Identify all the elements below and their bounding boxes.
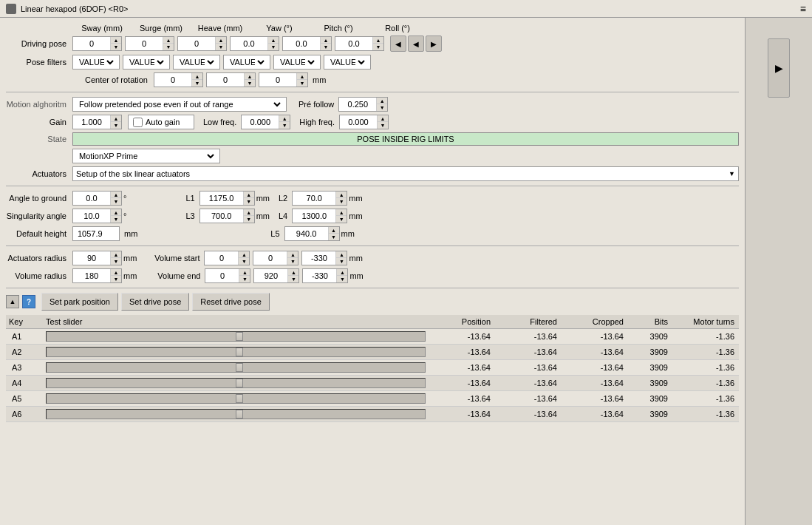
pf3-select[interactable]: VALUE xyxy=(177,57,216,67)
vs3-up[interactable]: ▲ xyxy=(336,251,347,258)
set-park-position-button[interactable]: Set park position xyxy=(41,293,118,311)
vr-down[interactable]: ▼ xyxy=(111,276,121,282)
heave-down[interactable]: ▼ xyxy=(216,44,226,50)
roll-down[interactable]: ▼ xyxy=(373,44,383,50)
cor2-down[interactable]: ▼ xyxy=(245,80,255,87)
l3-spinbox[interactable]: ▲▼ xyxy=(199,209,255,223)
l5-input[interactable] xyxy=(285,227,328,240)
vs1-input[interactable] xyxy=(205,251,238,265)
l5-spinbox[interactable]: ▲▼ xyxy=(284,226,340,241)
l4-up[interactable]: ▲ xyxy=(336,209,347,216)
l4-down[interactable]: ▼ xyxy=(336,216,347,223)
pf1-dropdown[interactable]: VALUE xyxy=(72,55,120,70)
pre-follow-down[interactable]: ▼ xyxy=(377,104,387,111)
cor2-spinbox[interactable]: ▲▼ xyxy=(206,72,256,87)
pf2-select[interactable]: VALUE xyxy=(126,57,166,67)
heave-spinbox[interactable]: ▲▼ xyxy=(177,36,227,51)
l1-down[interactable]: ▼ xyxy=(244,198,254,205)
vs2-down[interactable]: ▼ xyxy=(287,258,298,265)
pf4-select[interactable]: VALUE xyxy=(227,57,267,67)
ve1-up[interactable]: ▲ xyxy=(239,269,250,276)
l2-up[interactable]: ▲ xyxy=(336,192,347,198)
ve2-down[interactable]: ▼ xyxy=(288,276,298,282)
pitch-input[interactable] xyxy=(283,37,320,50)
cor1-input[interactable] xyxy=(154,73,191,87)
pf1-select[interactable]: VALUE xyxy=(76,57,116,67)
auto-gain-check[interactable]: Auto gain xyxy=(128,115,194,129)
low-freq-up[interactable]: ▲ xyxy=(279,115,290,122)
gain-down[interactable]: ▼ xyxy=(111,122,121,129)
ve2-input[interactable] xyxy=(254,269,287,282)
ar-up[interactable]: ▲ xyxy=(111,251,121,258)
vr-up[interactable]: ▲ xyxy=(111,269,121,276)
l1-input[interactable] xyxy=(200,192,243,205)
actuators-radius-spinbox[interactable]: ▲▼ xyxy=(72,251,122,265)
row-slider[interactable] xyxy=(43,362,429,373)
info-btn[interactable]: ? xyxy=(22,295,35,308)
row-slider[interactable] xyxy=(43,331,429,342)
row-slider[interactable] xyxy=(43,347,429,357)
singularity-spinbox[interactable]: ▲▼ xyxy=(72,209,122,223)
motion-algorithm-dropdown[interactable]: Follow pretended pose even if out of ran… xyxy=(72,97,287,112)
reset-drive-pose-button[interactable]: Reset drive pose xyxy=(192,293,270,311)
motion-algorithm-select[interactable]: Follow pretended pose even if out of ran… xyxy=(76,99,283,109)
ve1-input[interactable] xyxy=(205,269,239,282)
big-right-arrow-btn[interactable]: ▶ xyxy=(768,38,790,98)
row-slider[interactable] xyxy=(43,409,429,419)
heave-up[interactable]: ▲ xyxy=(216,37,226,44)
l3-down[interactable]: ▼ xyxy=(244,216,254,223)
pitch-spinbox[interactable]: ▲▼ xyxy=(282,36,332,51)
angle-down[interactable]: ▼ xyxy=(111,198,121,205)
high-freq-down[interactable]: ▼ xyxy=(378,122,388,129)
sway-down[interactable]: ▼ xyxy=(111,44,121,50)
pf5-dropdown[interactable]: VALUE xyxy=(273,55,321,70)
l3-input[interactable] xyxy=(200,209,243,223)
cor1-spinbox[interactable]: ▲▼ xyxy=(154,72,203,87)
l5-up[interactable]: ▲ xyxy=(329,227,339,234)
auto-gain-checkbox[interactable] xyxy=(133,118,143,127)
set-drive-pose-button[interactable]: Set drive pose xyxy=(121,293,189,311)
pf6-select[interactable]: VALUE xyxy=(327,57,367,67)
l1-spinbox[interactable]: ▲▼ xyxy=(199,191,255,206)
l5-down[interactable]: ▼ xyxy=(329,234,339,240)
yaw-up[interactable]: ▲ xyxy=(268,37,279,44)
nav-next-btn[interactable]: ▶ xyxy=(426,35,442,52)
menu-icon[interactable]: ≡ xyxy=(800,3,806,15)
cor3-input[interactable] xyxy=(259,73,296,87)
pitch-down[interactable]: ▼ xyxy=(321,44,331,50)
gain-input[interactable] xyxy=(73,115,110,129)
cor1-down[interactable]: ▼ xyxy=(192,80,202,87)
cor3-down[interactable]: ▼ xyxy=(297,80,307,87)
gain-up[interactable]: ▲ xyxy=(111,115,121,122)
platform-select[interactable]: MotionXP Prime xyxy=(76,151,216,161)
vs3-down[interactable]: ▼ xyxy=(336,258,347,265)
row-slider[interactable] xyxy=(43,393,429,404)
vs1-up[interactable]: ▲ xyxy=(239,251,249,258)
actuators-radius-input[interactable] xyxy=(73,251,110,265)
singularity-down[interactable]: ▼ xyxy=(111,216,121,223)
roll-input[interactable] xyxy=(335,37,372,50)
ve3-input[interactable] xyxy=(303,269,336,282)
surge-input[interactable] xyxy=(126,37,163,50)
row-slider[interactable] xyxy=(43,378,429,388)
low-freq-spinbox[interactable]: ▲▼ xyxy=(241,115,290,129)
nav-prev-btn[interactable]: ◀ xyxy=(408,35,424,52)
pre-follow-input[interactable] xyxy=(339,98,376,111)
vs2-input[interactable] xyxy=(253,251,287,265)
surge-up[interactable]: ▲ xyxy=(163,37,174,44)
ve2-up[interactable]: ▲ xyxy=(288,269,298,276)
surge-spinbox[interactable]: ▲▼ xyxy=(125,36,174,51)
surge-down[interactable]: ▼ xyxy=(163,44,174,50)
pre-follow-spinbox[interactable]: ▲▼ xyxy=(338,97,388,112)
angle-input[interactable] xyxy=(73,192,110,205)
vs2-up[interactable]: ▲ xyxy=(287,251,298,258)
l2-input[interactable] xyxy=(293,192,335,205)
cor2-up[interactable]: ▲ xyxy=(245,73,255,80)
roll-spinbox[interactable]: ▲▼ xyxy=(335,36,384,51)
l1-up[interactable]: ▲ xyxy=(244,192,254,198)
sway-input[interactable] xyxy=(73,37,110,50)
cor1-up[interactable]: ▲ xyxy=(192,73,202,80)
roll-up[interactable]: ▲ xyxy=(373,37,383,44)
l4-spinbox[interactable]: ▲▼ xyxy=(292,209,347,223)
high-freq-input[interactable] xyxy=(340,115,377,129)
